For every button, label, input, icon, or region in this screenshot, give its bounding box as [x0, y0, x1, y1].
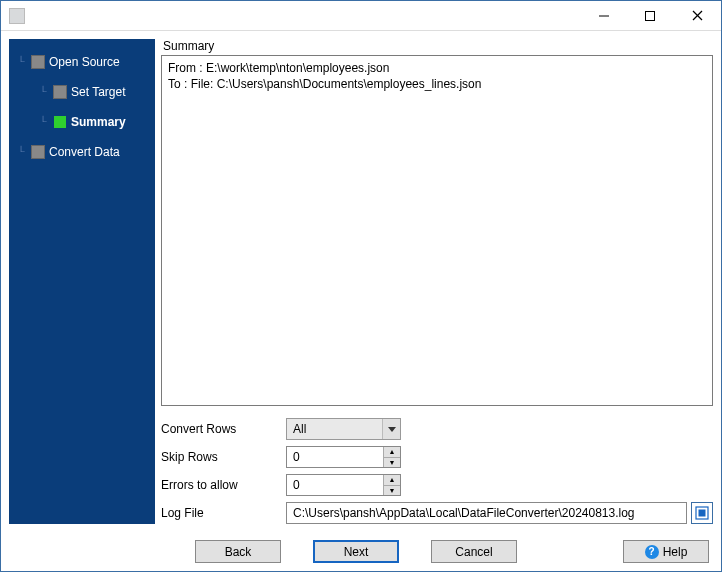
skip-rows-label: Skip Rows — [161, 450, 286, 464]
summary-heading: Summary — [163, 39, 713, 53]
errors-stepper[interactable]: 0 ▲ ▼ — [286, 474, 401, 496]
convert-rows-value: All — [287, 422, 382, 436]
skip-rows-value: 0 — [287, 447, 383, 467]
app-icon — [9, 8, 25, 24]
errors-value: 0 — [287, 475, 383, 495]
convert-rows-select[interactable]: All — [286, 418, 401, 440]
step-icon — [53, 85, 67, 99]
spinner-up-icon[interactable]: ▲ — [384, 475, 400, 486]
spinner-down-icon[interactable]: ▼ — [384, 458, 400, 468]
sidebar-item-summary[interactable]: └ Summary — [15, 107, 155, 137]
sidebar-item-open-source[interactable]: └ Open Source — [15, 47, 155, 77]
svg-rect-5 — [699, 510, 706, 517]
sidebar-item-label: Open Source — [49, 55, 120, 69]
close-button[interactable] — [673, 1, 721, 31]
help-button[interactable]: ? Help — [623, 540, 709, 563]
svg-rect-1 — [646, 11, 655, 20]
maximize-button[interactable] — [627, 1, 673, 31]
browse-icon — [695, 506, 709, 520]
convert-rows-label: Convert Rows — [161, 422, 286, 436]
options-form: Convert Rows All Skip Rows 0 ▲ ▼ — [161, 418, 713, 524]
sidebar-item-label: Summary — [71, 115, 126, 129]
cancel-button[interactable]: Cancel — [431, 540, 517, 563]
log-file-input[interactable]: C:\Users\pansh\AppData\Local\DataFileCon… — [286, 502, 687, 524]
summary-from-line: From : E:\work\temp\nton\employees.json — [168, 61, 389, 75]
sidebar-item-set-target[interactable]: └ Set Target — [15, 77, 155, 107]
spinner-down-icon[interactable]: ▼ — [384, 486, 400, 496]
help-icon: ? — [645, 545, 659, 559]
summary-textarea[interactable]: From : E:\work\temp\nton\employees.json … — [161, 55, 713, 406]
next-button[interactable]: Next — [313, 540, 399, 563]
chevron-down-icon — [382, 419, 400, 439]
main-panel: Summary From : E:\work\temp\nton\employe… — [161, 39, 713, 524]
app-window: └ Open Source └ Set Target └ Summary — [0, 0, 722, 572]
sidebar-item-label: Set Target — [71, 85, 125, 99]
log-file-label: Log File — [161, 506, 286, 520]
help-button-label: Help — [663, 545, 688, 559]
minimize-button[interactable] — [581, 1, 627, 31]
sidebar-item-convert-data[interactable]: └ Convert Data — [15, 137, 155, 167]
spinner-up-icon[interactable]: ▲ — [384, 447, 400, 458]
wizard-buttonbar: Back Next Cancel ? Help — [1, 532, 721, 571]
wizard-sidebar: └ Open Source └ Set Target └ Summary — [9, 39, 155, 524]
summary-to-line: To : File: C:\Users\pansh\Documents\empl… — [168, 77, 481, 91]
step-icon — [31, 55, 45, 69]
step-icon — [53, 115, 67, 129]
close-icon — [692, 10, 703, 21]
titlebar — [1, 1, 721, 31]
minimize-icon — [599, 11, 609, 21]
sidebar-item-label: Convert Data — [49, 145, 120, 159]
errors-label: Errors to allow — [161, 478, 286, 492]
browse-log-button[interactable] — [691, 502, 713, 524]
maximize-icon — [645, 11, 655, 21]
step-icon — [31, 145, 45, 159]
back-button[interactable]: Back — [195, 540, 281, 563]
skip-rows-stepper[interactable]: 0 ▲ ▼ — [286, 446, 401, 468]
